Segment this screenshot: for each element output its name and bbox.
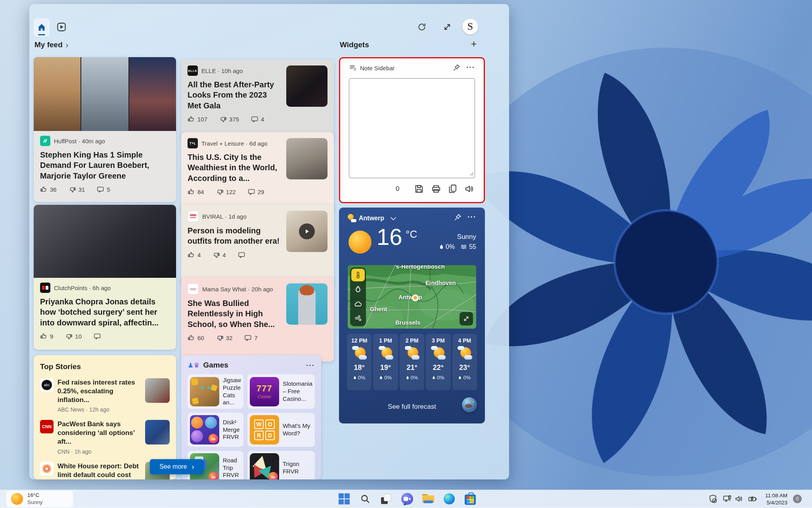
- article-card-elle[interactable]: ELLE ELLE · 10h ago All the Best After-P…: [181, 60, 334, 142]
- article-card-travel[interactable]: T+L Travel + Leisure · 6d ago This U.S. …: [181, 132, 334, 214]
- chevron-right-icon: ›: [192, 462, 194, 471]
- top-story-item[interactable]: abc Fed raises interest rates 0.25%, esc…: [40, 378, 170, 413]
- layer-precipitation-button[interactable]: [351, 283, 365, 296]
- comments-button[interactable]: [238, 251, 248, 259]
- dislike-button[interactable]: 32: [216, 334, 233, 342]
- copy-icon[interactable]: [448, 184, 458, 194]
- taskbar-weather-button[interactable]: 16°C Sunny: [6, 491, 73, 507]
- partly-sunny-icon: [404, 345, 420, 361]
- print-icon[interactable]: [431, 184, 441, 194]
- like-button[interactable]: 107: [188, 115, 207, 123]
- city-label: Brussels: [395, 319, 420, 326]
- city-label: Eindhoven: [425, 279, 456, 286]
- save-icon[interactable]: [414, 184, 424, 194]
- add-widget-button[interactable]: +: [468, 38, 480, 50]
- dislike-count: 375: [229, 116, 239, 123]
- note-menu-button[interactable]: ···: [466, 64, 475, 71]
- volume-icon[interactable]: [734, 494, 744, 504]
- comments-button[interactable]: 29: [248, 188, 264, 196]
- dislike-button[interactable]: 31: [69, 186, 85, 193]
- game-tile-jigsaw[interactable]: Jigsaw Puzzle Cats an...: [188, 374, 243, 409]
- comments-button[interactable]: 4: [251, 115, 264, 123]
- layer-temperature-button[interactable]: [351, 269, 365, 281]
- see-more-button[interactable]: See more ›: [150, 459, 204, 474]
- bviral-logo: [188, 211, 199, 222]
- article-card-clutchpoints[interactable]: ClutchPoints · 6h ago Priyanka Chopra Jo…: [34, 205, 176, 350]
- dislike-button[interactable]: 10: [65, 333, 82, 340]
- edge-button[interactable]: [442, 492, 456, 506]
- start-button[interactable]: [337, 492, 351, 506]
- hour-label: 2 PM: [400, 337, 424, 344]
- expand-button[interactable]: [442, 21, 453, 33]
- game-tile-whats-my-word[interactable]: W O R D What's My Word?: [247, 413, 315, 447]
- see-more-label: See more: [159, 463, 187, 470]
- thumbs-down-icon: [69, 186, 76, 193]
- refresh-button[interactable]: [416, 21, 427, 33]
- layer-cloud-button[interactable]: [351, 297, 365, 310]
- comments-button[interactable]: 7: [244, 334, 257, 342]
- story-meta: ABC News · 12h ago: [57, 406, 141, 413]
- top-story-item[interactable]: CNN PacWest Bank says considering ‘all o…: [40, 420, 170, 454]
- games-title: Games: [203, 361, 228, 369]
- like-button[interactable]: 9: [40, 333, 53, 340]
- pin-icon[interactable]: [452, 64, 461, 72]
- dislike-count: 10: [75, 333, 82, 340]
- like-button[interactable]: 60: [188, 334, 204, 342]
- store-button[interactable]: [463, 492, 477, 506]
- map-expand-button[interactable]: [460, 312, 473, 325]
- story-title: Fed raises interest rates 0.25%, escalat…: [57, 378, 141, 404]
- taskbar-clock[interactable]: 11:08 AM 5/4/2023: [765, 492, 787, 506]
- dislike-button[interactable]: 4: [213, 251, 226, 259]
- weather-map[interactable]: 's-Hertogenbosch Eindhoven Antwerp Ghent…: [348, 265, 476, 329]
- edge-icon: [444, 493, 455, 504]
- chevron-down-icon[interactable]: [390, 216, 397, 221]
- tab-video[interactable]: [55, 21, 68, 33]
- article-card-bviral[interactable]: BVIRAL · 1d ago Person is modeling outfi…: [181, 205, 334, 287]
- my-feed-header[interactable]: My feed ›: [34, 40, 68, 49]
- notification-badge[interactable]: 0: [793, 495, 802, 503]
- article-title: She Was Bullied Relentlessly in High Sch…: [188, 298, 282, 329]
- weather-location[interactable]: Antwerp: [359, 215, 384, 222]
- avatar[interactable]: S: [462, 19, 478, 35]
- battery-charging-icon[interactable]: [748, 494, 757, 504]
- comments-button[interactable]: 5: [97, 186, 110, 193]
- wind-icon: [354, 315, 362, 321]
- like-button[interactable]: 36: [40, 186, 57, 193]
- pin-icon[interactable]: [453, 213, 462, 222]
- chat-button[interactable]: [400, 492, 414, 506]
- taskbar-date: 5/4/2023: [765, 499, 787, 506]
- game-tile-slotomania[interactable]: 777 Casino Slotomania – Free Casino...: [247, 374, 315, 409]
- dislike-button[interactable]: 375: [219, 115, 239, 123]
- speaker-icon[interactable]: [464, 184, 475, 194]
- like-button[interactable]: 84: [188, 188, 204, 196]
- weather-menu-button[interactable]: ···: [467, 213, 476, 221]
- like-button[interactable]: 4: [188, 251, 201, 259]
- dislike-button[interactable]: 122: [216, 188, 236, 196]
- layer-wind-button[interactable]: [351, 312, 365, 324]
- comments-button[interactable]: [94, 333, 103, 340]
- file-explorer-button[interactable]: [421, 492, 435, 506]
- weather-globe-button[interactable]: [462, 397, 477, 412]
- network-icon[interactable]: [722, 494, 732, 504]
- search-button[interactable]: [358, 492, 372, 506]
- security-shield-icon[interactable]: [708, 494, 718, 504]
- task-view-button[interactable]: [379, 492, 393, 506]
- game-tile-disk-merge[interactable]: ∞ Disk² Merge FRVR: [188, 413, 243, 447]
- frvr-badge: ∞: [209, 472, 218, 479]
- resize-grip-icon[interactable]: [469, 171, 474, 176]
- partly-sunny-icon: [351, 345, 367, 361]
- huffpost-logo: [40, 136, 50, 146]
- tab-home[interactable]: [34, 18, 50, 37]
- thumbs-up-icon: [188, 115, 195, 123]
- game-tile-trigon[interactable]: ∞ Trigon FRVR: [247, 451, 315, 479]
- hour-temp: 21°: [400, 364, 424, 372]
- article-card-mama[interactable]: Mama Say What · 20h ago She Was Bullied …: [181, 277, 334, 362]
- weather-details: 0% 55: [439, 243, 476, 250]
- slotomania-game-icon: 777 Casino: [250, 377, 279, 406]
- article-title: Person is modeling outfits from another …: [188, 225, 282, 246]
- article-card-huffpost[interactable]: HuffPost · 40m ago Stephen King Has 1 Si…: [34, 57, 176, 202]
- note-textarea[interactable]: [349, 78, 475, 178]
- games-menu-button[interactable]: ···: [306, 362, 315, 369]
- hourly-forecast: 12 PM 18° 0% 1 PM 19° 0%: [347, 334, 477, 390]
- forecast-hour: 1 PM 19° 0%: [373, 334, 398, 390]
